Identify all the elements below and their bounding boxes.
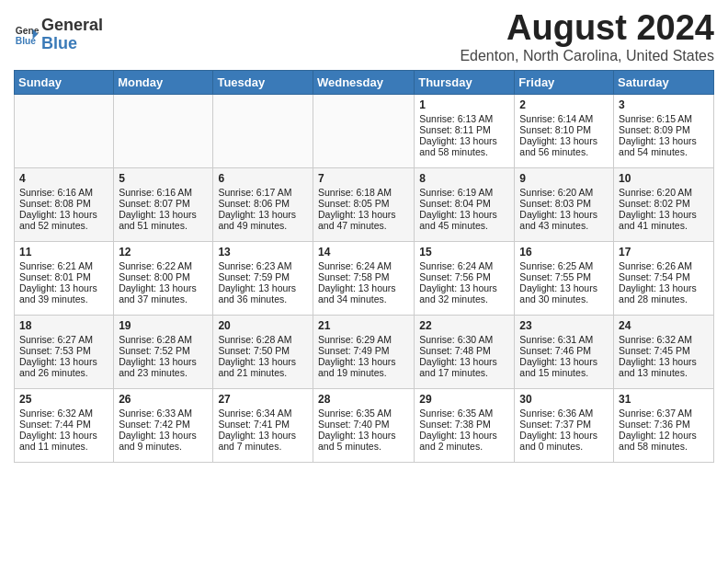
calendar-cell: 19Sunrise: 6:28 AMSunset: 7:52 PMDayligh… (114, 315, 213, 388)
calendar-cell: 10Sunrise: 6:20 AMSunset: 8:02 PMDayligh… (614, 167, 714, 241)
day-number: 1 (419, 98, 509, 111)
calendar-cell: 5Sunrise: 6:16 AMSunset: 8:07 PMDaylight… (114, 167, 213, 241)
sunrise-label: Sunrise: 6:21 AM (19, 260, 93, 271)
day-number: 30 (519, 393, 609, 406)
calendar-week-row: 25Sunrise: 6:32 AMSunset: 7:44 PMDayligh… (15, 388, 714, 462)
calendar-cell: 23Sunrise: 6:31 AMSunset: 7:46 PMDayligh… (515, 315, 614, 388)
day-number: 3 (619, 98, 709, 111)
day-number: 21 (318, 319, 409, 332)
weekday-header: Thursday (415, 70, 515, 94)
daylight-label: Daylight: 13 hours and 45 minutes. (419, 209, 497, 231)
weekday-header: Monday (114, 70, 213, 94)
logo: General Blue General Blue (14, 17, 103, 53)
sunrise-label: Sunrise: 6:32 AM (19, 408, 93, 419)
sunrise-label: Sunrise: 6:24 AM (419, 260, 493, 271)
sunset-label: Sunset: 7:59 PM (218, 271, 290, 282)
sunrise-label: Sunrise: 6:20 AM (519, 187, 593, 198)
daylight-label: Daylight: 13 hours and 9 minutes. (119, 430, 197, 452)
sunset-label: Sunset: 7:42 PM (119, 419, 190, 430)
sunset-label: Sunset: 7:45 PM (619, 345, 690, 356)
calendar-cell: 6Sunrise: 6:17 AMSunset: 8:06 PMDaylight… (213, 167, 313, 241)
sunrise-label: Sunrise: 6:29 AM (318, 334, 392, 345)
day-number: 28 (318, 393, 409, 406)
sunrise-label: Sunrise: 6:28 AM (218, 334, 291, 345)
sunset-label: Sunset: 7:54 PM (619, 271, 690, 282)
daylight-label: Daylight: 13 hours and 0 minutes. (519, 430, 597, 452)
calendar-cell (213, 94, 313, 167)
day-number: 14 (318, 246, 409, 259)
day-number: 24 (619, 319, 709, 332)
header: General Blue General Blue August 2024 Ed… (14, 9, 714, 64)
daylight-label: Daylight: 13 hours and 52 minutes. (19, 209, 97, 231)
calendar-cell: 4Sunrise: 6:16 AMSunset: 8:08 PMDaylight… (15, 167, 114, 241)
day-number: 8 (419, 172, 509, 185)
sunrise-label: Sunrise: 6:17 AM (218, 187, 291, 198)
calendar-week-row: 1Sunrise: 6:13 AMSunset: 8:11 PMDaylight… (15, 94, 714, 167)
sunset-label: Sunset: 8:09 PM (619, 124, 690, 135)
logo-text: General Blue (41, 17, 103, 53)
daylight-label: Daylight: 13 hours and 32 minutes. (419, 282, 497, 304)
day-number: 22 (419, 319, 509, 332)
sunrise-label: Sunrise: 6:35 AM (318, 408, 392, 419)
daylight-label: Daylight: 13 hours and 17 minutes. (419, 356, 497, 378)
day-number: 10 (619, 172, 709, 185)
sunrise-label: Sunrise: 6:31 AM (519, 334, 593, 345)
weekday-header: Tuesday (213, 70, 313, 94)
daylight-label: Daylight: 13 hours and 58 minutes. (419, 135, 497, 157)
daylight-label: Daylight: 13 hours and 21 minutes. (218, 356, 296, 378)
daylight-label: Daylight: 13 hours and 7 minutes. (218, 430, 296, 452)
daylight-label: Daylight: 13 hours and 56 minutes. (519, 135, 597, 157)
sunrise-label: Sunrise: 6:34 AM (218, 408, 291, 419)
sunrise-label: Sunrise: 6:35 AM (419, 408, 493, 419)
day-number: 25 (19, 393, 108, 406)
daylight-label: Daylight: 12 hours and 58 minutes. (619, 430, 697, 452)
day-number: 18 (19, 319, 108, 332)
day-number: 15 (419, 246, 509, 259)
calendar-cell: 29Sunrise: 6:35 AMSunset: 7:38 PMDayligh… (415, 388, 515, 462)
sunrise-label: Sunrise: 6:13 AM (419, 113, 493, 124)
day-number: 11 (19, 246, 108, 259)
calendar-cell: 13Sunrise: 6:23 AMSunset: 7:59 PMDayligh… (213, 241, 313, 315)
sunrise-label: Sunrise: 6:24 AM (318, 260, 392, 271)
sunset-label: Sunset: 8:08 PM (19, 198, 91, 209)
sunrise-label: Sunrise: 6:36 AM (519, 408, 593, 419)
daylight-label: Daylight: 13 hours and 28 minutes. (619, 282, 697, 304)
sunset-label: Sunset: 8:11 PM (419, 124, 491, 135)
daylight-label: Daylight: 13 hours and 5 minutes. (318, 430, 396, 452)
calendar-cell: 21Sunrise: 6:29 AMSunset: 7:49 PMDayligh… (313, 315, 414, 388)
daylight-label: Daylight: 13 hours and 30 minutes. (519, 282, 597, 304)
sunrise-label: Sunrise: 6:14 AM (519, 113, 593, 124)
sunrise-label: Sunrise: 6:30 AM (419, 334, 493, 345)
calendar-cell: 3Sunrise: 6:15 AMSunset: 8:09 PMDaylight… (614, 94, 714, 167)
sunrise-label: Sunrise: 6:33 AM (119, 408, 192, 419)
calendar-cell: 9Sunrise: 6:20 AMSunset: 8:03 PMDaylight… (515, 167, 614, 241)
sunrise-label: Sunrise: 6:16 AM (19, 187, 93, 198)
sunset-label: Sunset: 7:52 PM (119, 345, 190, 356)
day-number: 2 (519, 98, 609, 111)
sunrise-label: Sunrise: 6:27 AM (19, 334, 93, 345)
calendar-cell: 11Sunrise: 6:21 AMSunset: 8:01 PMDayligh… (15, 241, 114, 315)
daylight-label: Daylight: 13 hours and 11 minutes. (19, 430, 97, 452)
day-number: 13 (218, 246, 308, 259)
weekday-header: Friday (515, 70, 614, 94)
sunset-label: Sunset: 7:46 PM (519, 345, 591, 356)
daylight-label: Daylight: 13 hours and 13 minutes. (619, 356, 697, 378)
sunset-label: Sunset: 7:41 PM (218, 419, 290, 430)
sunrise-label: Sunrise: 6:28 AM (119, 334, 192, 345)
day-number: 20 (218, 319, 308, 332)
sunset-label: Sunset: 7:48 PM (419, 345, 491, 356)
sunset-label: Sunset: 8:04 PM (419, 198, 491, 209)
calendar-cell: 16Sunrise: 6:25 AMSunset: 7:55 PMDayligh… (515, 241, 614, 315)
calendar-cell: 26Sunrise: 6:33 AMSunset: 7:42 PMDayligh… (114, 388, 213, 462)
daylight-label: Daylight: 13 hours and 19 minutes. (318, 356, 396, 378)
daylight-label: Daylight: 13 hours and 37 minutes. (119, 282, 197, 304)
sunset-label: Sunset: 8:07 PM (119, 198, 190, 209)
sunset-label: Sunset: 7:50 PM (218, 345, 290, 356)
day-number: 19 (119, 319, 208, 332)
sunset-label: Sunset: 7:49 PM (318, 345, 390, 356)
daylight-label: Daylight: 13 hours and 54 minutes. (619, 135, 697, 157)
daylight-label: Daylight: 13 hours and 47 minutes. (318, 209, 396, 231)
sunrise-label: Sunrise: 6:18 AM (318, 187, 392, 198)
calendar-cell: 15Sunrise: 6:24 AMSunset: 7:56 PMDayligh… (415, 241, 515, 315)
calendar-week-row: 18Sunrise: 6:27 AMSunset: 7:53 PMDayligh… (15, 315, 714, 388)
